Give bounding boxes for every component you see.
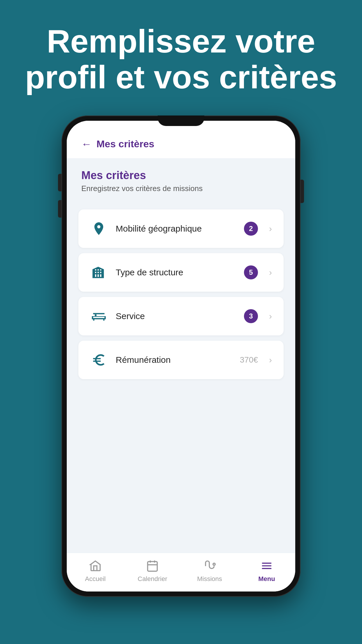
nav-calendrier-label: Calendrier	[138, 575, 167, 583]
bottom-nav: Accueil Calendrier	[67, 553, 295, 592]
phone-notch	[158, 116, 204, 126]
nav-item-menu[interactable]: Menu	[238, 559, 295, 583]
calendar-icon	[145, 559, 159, 573]
structure-badge: 5	[244, 265, 258, 279]
structure-arrow-icon: ›	[269, 267, 272, 277]
back-button[interactable]: ← Mes critères	[81, 138, 154, 150]
nav-item-calendrier[interactable]: Calendrier	[124, 559, 181, 583]
svg-point-5	[213, 563, 215, 565]
service-badge: 3	[244, 309, 258, 323]
app-screen: ← Mes critères Mes critères Enregistrez …	[67, 121, 295, 592]
svg-rect-1	[148, 562, 157, 571]
svg-rect-6	[262, 563, 272, 564]
phone-container: ← Mes critères Mes critères Enregistrez …	[0, 110, 362, 597]
service-arrow-icon: ›	[269, 311, 272, 321]
remuneration-arrow-icon: ›	[269, 355, 272, 365]
nav-item-accueil[interactable]: Accueil	[67, 559, 124, 583]
criteria-item-mobilite[interactable]: Mobilité géographique 2 ›	[78, 209, 284, 248]
mobilite-label: Mobilité géographique	[116, 224, 236, 234]
page-background: Remplissez votre profil et vos critères …	[0, 0, 362, 597]
svg-rect-7	[262, 566, 272, 567]
page-header: Remplissez votre profil et vos critères	[0, 0, 362, 110]
stethoscope-icon	[203, 559, 217, 573]
menu-icon	[260, 559, 274, 573]
location-icon	[90, 220, 108, 237]
nav-menu-label: Menu	[258, 575, 275, 583]
svg-point-0	[95, 314, 97, 316]
nav-item-missions[interactable]: Missions	[181, 559, 238, 583]
service-label: Service	[116, 311, 236, 321]
mobilite-arrow-icon: ›	[269, 224, 272, 234]
phone-frame: ← Mes critères Mes critères Enregistrez …	[61, 116, 301, 597]
building-icon	[90, 264, 108, 281]
criteria-item-remuneration[interactable]: Rémunération 370€ ›	[78, 341, 284, 379]
back-arrow-icon: ←	[81, 139, 92, 149]
home-icon	[88, 559, 102, 573]
criteria-list: Mobilité géographique 2 › Type de s	[67, 204, 295, 553]
euro-icon	[90, 351, 108, 369]
criteria-item-structure[interactable]: Type de structure 5 ›	[78, 253, 284, 292]
criteria-item-service[interactable]: Service 3 ›	[78, 297, 284, 335]
app-header: ← Mes critères	[67, 121, 295, 159]
nav-missions-label: Missions	[197, 575, 222, 583]
nav-accueil-label: Accueil	[85, 575, 106, 583]
svg-rect-8	[262, 568, 272, 569]
remuneration-value: 370€	[240, 355, 258, 365]
section-header: Mes critères Enregistrez vos critères de…	[67, 159, 295, 204]
back-label: Mes critères	[96, 138, 154, 150]
mobilite-badge: 2	[244, 222, 258, 236]
phone-screen: ← Mes critères Mes critères Enregistrez …	[67, 121, 295, 592]
structure-label: Type de structure	[116, 267, 236, 277]
section-title: Mes critères	[81, 169, 281, 182]
bed-icon	[90, 307, 108, 325]
remuneration-label: Rémunération	[116, 355, 232, 365]
page-headline: Remplissez votre profil et vos critères	[17, 23, 345, 95]
section-subtitle: Enregistrez vos critères de missions	[81, 184, 281, 193]
